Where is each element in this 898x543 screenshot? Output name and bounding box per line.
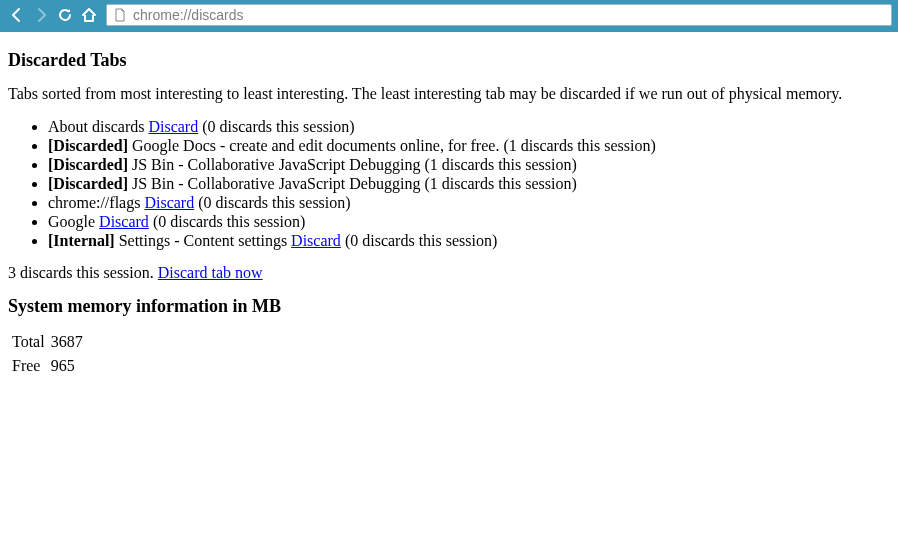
reload-button[interactable]	[54, 4, 76, 26]
tab-prefix: [Discarded]	[48, 156, 128, 173]
tab-discard-count: (0 discards this session)	[202, 118, 354, 135]
memory-row: Free965	[12, 355, 89, 379]
intro-text: Tabs sorted from most interesting to lea…	[8, 85, 890, 103]
tab-discard-count: (0 discards this session)	[153, 213, 305, 230]
forward-button[interactable]	[30, 4, 52, 26]
tab-prefix: [Discarded]	[48, 137, 128, 154]
tab-discard-count: (0 discards this session)	[345, 232, 497, 249]
tab-row: Google Discard (0 discards this session)	[48, 212, 890, 231]
tab-title: JS Bin - Collaborative JavaScript Debugg…	[132, 156, 420, 173]
tab-row: About discards Discard (0 discards this …	[48, 117, 890, 136]
tab-row: [Discarded] JS Bin - Collaborative JavaS…	[48, 174, 890, 193]
tab-discard-count: (0 discards this session)	[198, 194, 350, 211]
memory-value: 3687	[51, 331, 89, 355]
page-icon	[113, 8, 127, 22]
memory-heading: System memory information in MB	[8, 296, 890, 317]
address-bar[interactable]: chrome://discards	[106, 4, 892, 26]
tab-row: [Discarded] JS Bin - Collaborative JavaS…	[48, 155, 890, 174]
discard-summary: 3 discards this session. Discard tab now	[8, 264, 890, 282]
memory-row: Total3687	[12, 331, 89, 355]
tab-title: Google	[48, 213, 95, 230]
page-content: Discarded Tabs Tabs sorted from most int…	[0, 32, 898, 379]
memory-table: Total3687Free965	[12, 331, 89, 379]
tab-title: JS Bin - Collaborative JavaScript Debugg…	[132, 175, 420, 192]
discard-link[interactable]: Discard	[144, 194, 194, 211]
memory-value: 965	[51, 355, 89, 379]
address-bar-url: chrome://discards	[133, 8, 243, 22]
memory-label: Total	[12, 331, 51, 355]
tab-title: Settings - Content settings	[119, 232, 287, 249]
tab-title: About discards	[48, 118, 144, 135]
discarded-tabs-heading: Discarded Tabs	[8, 50, 890, 71]
discard-link[interactable]: Discard	[148, 118, 198, 135]
tab-row: chrome://flags Discard (0 discards this …	[48, 193, 890, 212]
tab-row: [Discarded] Google Docs - create and edi…	[48, 136, 890, 155]
discard-link[interactable]: Discard	[291, 232, 341, 249]
browser-toolbar: chrome://discards	[0, 0, 898, 30]
discard-link[interactable]: Discard	[99, 213, 149, 230]
tab-prefix: [Discarded]	[48, 175, 128, 192]
tab-title: Google Docs - create and edit documents …	[132, 137, 499, 154]
memory-label: Free	[12, 355, 51, 379]
back-button[interactable]	[6, 4, 28, 26]
home-button[interactable]	[78, 4, 100, 26]
tab-discard-count: (1 discards this session)	[424, 175, 576, 192]
tab-title: chrome://flags	[48, 194, 140, 211]
tab-row: [Internal] Settings - Content settings D…	[48, 231, 890, 250]
tab-discard-count: (1 discards this session)	[503, 137, 655, 154]
tab-prefix: [Internal]	[48, 232, 115, 249]
tabs-list: About discards Discard (0 discards this …	[8, 117, 890, 250]
tab-discard-count: (1 discards this session)	[424, 156, 576, 173]
discard-now-link[interactable]: Discard tab now	[158, 264, 263, 281]
discard-summary-text: 3 discards this session.	[8, 264, 154, 281]
